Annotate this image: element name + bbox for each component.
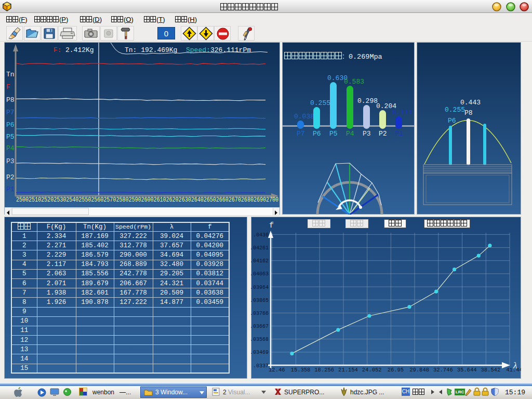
svg-text:24.052: 24.052 [362,367,382,373]
svg-text:P5: P5 [6,133,15,141]
svg-text:15.358: 15.358 [291,367,311,373]
svg-text:18.256: 18.256 [314,367,334,373]
svg-text:Tn: 192.469Kg: Tn: 192.469Kg [125,46,177,54]
svg-text:.04261: .04261 [251,245,269,251]
svg-text:P8: P8 [6,96,15,104]
svg-text:0.583: 0.583 [344,78,364,86]
svg-text:P7: P7 [6,109,15,116]
svg-text:f: f [269,221,274,230]
svg-text:21.154: 21.154 [338,367,358,373]
svg-text:12.46: 12.46 [269,367,285,373]
svg-text:38.542: 38.542 [481,367,500,373]
svg-text:0.255: 0.255 [310,99,330,107]
svg-text:P8: P8 [464,109,473,117]
svg-text:.03964: .03964 [251,285,269,290]
svg-text:F:: F: [54,46,62,54]
svg-text:.0337: .0337 [253,363,269,369]
svg-text:.03766: .03766 [251,311,269,316]
svg-text:0.255: 0.255 [445,106,465,114]
svg-text:P6: P6 [6,121,15,129]
svg-text:P4: P4 [346,130,354,138]
svg-text:λ: λ [513,361,517,370]
svg-text:P6: P6 [448,117,456,125]
svg-text:.04063: .04063 [251,271,269,277]
svg-text:F: F [6,83,10,91]
svg-text:Tn: Tn [6,71,15,78]
svg-text:35.644: 35.644 [457,367,477,373]
svg-text:P3: P3 [363,130,371,138]
svg-text:32.746: 32.746 [433,367,453,373]
svg-text:Speed:: Speed: [186,46,210,54]
svg-text:29.848: 29.848 [409,367,429,373]
svg-text:0.038: 0.038 [294,113,314,121]
svg-text:P1: P1 [395,130,403,138]
svg-text:250025102520253025402550256025: 2500251025202530254025502560257025802590… [16,196,278,204]
svg-text:.03667: .03667 [251,324,269,329]
svg-text:26.95: 26.95 [388,367,404,373]
svg-text:2.412Kg: 2.412Kg [65,46,94,54]
svg-text:.03865: .03865 [251,298,269,303]
svg-text:0.111: 0.111 [392,109,413,116]
svg-text:.03568: .03568 [251,337,269,342]
svg-text:.04162: .04162 [251,258,269,264]
svg-text:P6: P6 [313,130,321,138]
svg-text:.0436: .0436 [253,232,269,238]
svg-text:P2: P2 [6,174,15,181]
svg-text:P1: P1 [6,185,15,193]
svg-text:326.111rPm: 326.111rPm [210,46,251,54]
svg-text:P4: P4 [6,144,15,152]
svg-text:P3: P3 [6,157,15,165]
svg-text:P5: P5 [329,130,338,138]
svg-text:.03469: .03469 [251,350,269,355]
svg-text:0.298: 0.298 [357,97,378,105]
svg-text:0.443: 0.443 [460,99,481,107]
svg-text:P2: P2 [379,130,387,138]
svg-text:P7: P7 [297,130,305,138]
